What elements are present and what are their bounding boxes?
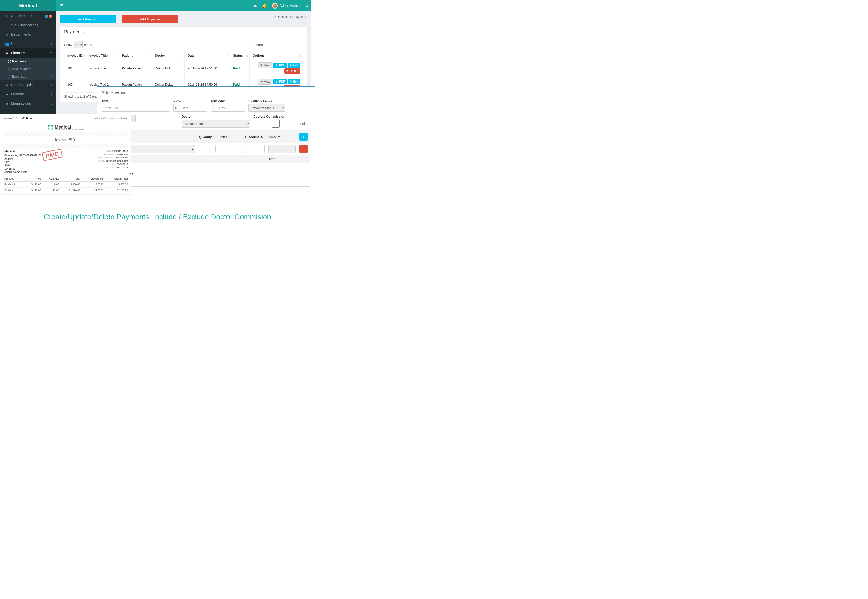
to-lbl: PHONE NUMBER bbox=[98, 157, 113, 159]
pdf-button[interactable]: 🗎PDF bbox=[273, 63, 287, 68]
close-icon: ✖ bbox=[286, 69, 289, 73]
col-price: Price bbox=[23, 176, 41, 182]
calendar-icon: 🗓 bbox=[173, 104, 179, 112]
chevron-left-icon: ❮ bbox=[51, 42, 53, 45]
to-val: patient@example.com bbox=[106, 160, 128, 162]
file-icon: 🗎 bbox=[275, 80, 278, 83]
view-button[interactable]: 👁View bbox=[258, 79, 272, 84]
sitemap-icon: ⇄ bbox=[5, 32, 9, 36]
menu-toggle-button[interactable]: ☰ bbox=[56, 0, 67, 11]
breadcrumb-item[interactable]: Payments bbox=[107, 117, 118, 119]
total-label: Total bbox=[267, 155, 297, 163]
doctor-select[interactable]: Select Doctor bbox=[182, 120, 250, 128]
page-caption: Create/Update/Delete Payments. Include /… bbox=[0, 213, 315, 221]
include-commission-checkbox[interactable] bbox=[254, 120, 297, 128]
sort-icon: ↑↓ bbox=[181, 54, 182, 57]
submenu-add-payment[interactable]: ◯Add Payment bbox=[0, 65, 56, 73]
brand-logo[interactable]: Medical bbox=[0, 0, 56, 11]
add-row-button[interactable]: ＋ bbox=[300, 133, 308, 141]
price-input[interactable] bbox=[220, 145, 241, 153]
breadcrumb-sep: > bbox=[292, 15, 294, 18]
due-date-input[interactable] bbox=[217, 104, 245, 112]
sidebar-label: SMS Notifications bbox=[11, 23, 38, 27]
sort-icon: ↑↓ bbox=[246, 54, 247, 57]
due-date-label: Due Date: bbox=[211, 99, 245, 102]
col-amount: Amount bbox=[267, 131, 297, 143]
sidebar-item-manufacturer[interactable]: ▦ Manufacturer ❮ bbox=[0, 99, 56, 108]
note-textarea[interactable] bbox=[101, 166, 310, 187]
sidebar-label: Appointments bbox=[11, 14, 32, 18]
sidebar-item-departments[interactable]: ⇄ Departments bbox=[0, 30, 56, 39]
sidebar-item-users[interactable]: 👥 Users ❮ bbox=[0, 39, 56, 48]
dashboard-icon: ⌂ bbox=[274, 15, 276, 18]
sidebar-label: Users bbox=[11, 42, 20, 46]
title-input[interactable] bbox=[101, 104, 170, 112]
mail-button[interactable]: ✉ bbox=[251, 0, 260, 11]
col-invoice-id[interactable]: Invoice ID↓↑ bbox=[65, 51, 86, 60]
badge-count: 0 bbox=[49, 15, 53, 18]
amount-input[interactable] bbox=[268, 145, 295, 153]
btn-label: PDF bbox=[279, 80, 285, 83]
col-options[interactable]: Options↑↓ bbox=[250, 51, 303, 60]
date-label: Date: bbox=[173, 99, 207, 102]
invoice-to: CLIENTPatietn Patien ADDRESSBosnaksna55 … bbox=[98, 149, 128, 174]
submenu-expenses[interactable]: ◯Expenses❮ bbox=[0, 73, 56, 80]
length-select[interactable]: 10 bbox=[74, 41, 83, 48]
pdf-button[interactable]: 🗎PDF bbox=[273, 79, 287, 84]
chevron-left-icon: ❮ bbox=[51, 84, 53, 86]
sidebar-item-hospital-options[interactable]: ▤ Hospital Options ❮ bbox=[0, 80, 56, 89]
add-payment-button[interactable]: Add Payment bbox=[60, 15, 116, 23]
search-input[interactable] bbox=[267, 41, 303, 48]
cell-id: 101 bbox=[65, 60, 86, 76]
status-label: Payment Status bbox=[249, 99, 285, 102]
col-label: Options bbox=[253, 54, 265, 57]
invoice-preview: Invoice #101 🖶 Print ⌂ Dashboard > Payme… bbox=[1, 115, 131, 195]
badge-count: 0 bbox=[45, 15, 48, 18]
settings-button[interactable]: ⚙ bbox=[303, 0, 311, 11]
dashboard-icon: ⌂ bbox=[90, 117, 92, 119]
col-invoice-title[interactable]: Invoice Title↑↓ bbox=[86, 51, 119, 60]
discount-input[interactable] bbox=[245, 145, 265, 153]
status-select[interactable]: Payment Status bbox=[249, 104, 285, 112]
clipboard-icon: ▤ bbox=[5, 83, 9, 87]
table-row: 101 Invoice Title Patietn Patien Doktor … bbox=[65, 60, 303, 76]
invoice-heading: Invoice #101 bbox=[5, 138, 128, 142]
edit-button[interactable]: ✎Edit bbox=[288, 79, 300, 84]
user-menu[interactable]: Admin Admin bbox=[269, 3, 303, 9]
edit-button[interactable]: ✎Edit bbox=[288, 63, 300, 68]
print-button[interactable]: 🖶 Print bbox=[20, 116, 35, 120]
length-label-entries: entries bbox=[84, 43, 94, 47]
date-input[interactable] bbox=[179, 104, 207, 112]
title-label: Title bbox=[101, 99, 170, 102]
from-email: email@example.com bbox=[5, 170, 43, 174]
line-total: $ 1.320,00 bbox=[59, 188, 80, 193]
sidebar-item-sms[interactable]: ▭ SMS Notifications bbox=[0, 21, 56, 30]
col-date[interactable]: Date↑↓ bbox=[184, 51, 230, 60]
submenu-payments[interactable]: ◯Payments bbox=[0, 57, 56, 65]
col-patient[interactable]: Patient↑↓ bbox=[119, 51, 152, 60]
breadcrumb-item[interactable]: Dashboard bbox=[93, 117, 105, 119]
sidebar-item-medicine[interactable]: ✚ Medicine ❮ bbox=[0, 89, 56, 99]
edit-icon: ✎ bbox=[290, 64, 292, 67]
notifications-button[interactable]: 🔔 bbox=[260, 0, 269, 11]
col-label: Doctor bbox=[155, 54, 165, 57]
grid-icon: ▦ bbox=[5, 101, 9, 105]
main-menu: ⟲ Appointments 00 ▭ SMS Notifications ⇄ … bbox=[0, 11, 56, 57]
delete-button[interactable]: ✖Delete bbox=[284, 68, 300, 74]
circle-icon: ◯ bbox=[8, 67, 11, 71]
to-lbl: CLIENT bbox=[106, 150, 113, 152]
qty-input[interactable] bbox=[199, 145, 216, 153]
invoice-from: Medical Bank Name, 198789665898981571 Ad… bbox=[5, 149, 43, 174]
eye-icon: 👁 bbox=[260, 80, 263, 83]
sidebar-item-finances[interactable]: ▣ Finances ﹀ bbox=[0, 48, 56, 57]
view-button[interactable]: 👁View bbox=[258, 62, 272, 68]
col-total: Total bbox=[59, 176, 80, 182]
col-status[interactable]: Status↑↓ bbox=[230, 51, 250, 60]
sort-icon: ↓↑ bbox=[83, 54, 84, 57]
remove-row-button[interactable]: − bbox=[300, 145, 308, 153]
add-expense-button[interactable]: Add Expense bbox=[122, 15, 178, 23]
to-val: Bosnaksna55 bbox=[115, 153, 128, 156]
sidebar-item-appointments[interactable]: ⟲ Appointments 00 bbox=[0, 11, 56, 21]
breadcrumb-dashboard[interactable]: Dashboard bbox=[277, 15, 291, 18]
col-doctor[interactable]: Doctor↑↓ bbox=[152, 51, 184, 60]
